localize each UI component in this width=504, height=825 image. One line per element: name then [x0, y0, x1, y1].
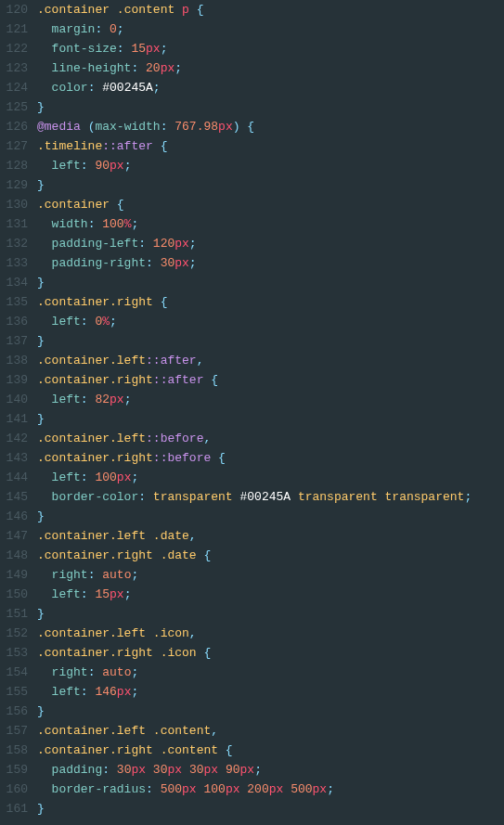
- code-line[interactable]: padding-right: 30px;: [37, 253, 504, 273]
- token-punct: {: [240, 120, 255, 134]
- token-prop: margin: [52, 22, 96, 36]
- code-line[interactable]: }: [37, 273, 504, 292]
- token-num: 15: [131, 42, 146, 56]
- code-line[interactable]: .container.left .content,: [37, 721, 504, 741]
- code-line[interactable]: padding-left: 120px;: [37, 234, 504, 253]
- token-punct: ;: [131, 217, 138, 231]
- token-punct: ,: [189, 626, 197, 640]
- token-num: 767.98: [174, 120, 218, 134]
- token-sel-class: .container: [37, 432, 110, 445]
- code-line[interactable]: border-radius: 500px 100px 200px 500px;: [37, 780, 504, 799]
- code-line[interactable]: .container.left .icon,: [37, 624, 504, 643]
- line-number: 154: [0, 663, 28, 682]
- token-punct: ;: [117, 22, 124, 36]
- line-number: 152: [0, 624, 28, 643]
- token-punct: :: [146, 256, 161, 270]
- code-line[interactable]: }: [37, 409, 504, 429]
- token-num: 100: [102, 217, 123, 231]
- token-unit: px: [174, 256, 189, 270]
- token-punct: [37, 81, 52, 95]
- code-line[interactable]: .container.right::after {: [37, 370, 504, 390]
- line-number: 155: [0, 682, 28, 702]
- code-line[interactable]: right: auto;: [37, 663, 504, 682]
- token-num: 90: [226, 763, 240, 777]
- code-line[interactable]: color: #00245A;: [37, 78, 504, 97]
- token-sel-class: .right: [110, 743, 153, 757]
- code-line[interactable]: margin: 0;: [37, 19, 504, 39]
- token-prop: color: [52, 81, 88, 95]
- token-punct: [37, 393, 52, 406]
- token-sel-class: .content: [153, 724, 211, 738]
- token-prop: line-height: [52, 61, 132, 75]
- token-sel-class: .right: [110, 373, 153, 387]
- token-num: 146: [95, 685, 116, 699]
- token-punct: ;: [464, 490, 472, 504]
- token-punct: ;: [189, 256, 197, 270]
- code-line[interactable]: }: [37, 702, 504, 721]
- code-line[interactable]: line-height: 20px;: [37, 58, 504, 78]
- token-kw-trans: transparent: [298, 490, 378, 504]
- token-punct: [37, 217, 52, 231]
- line-number: 151: [0, 604, 28, 624]
- code-line[interactable]: }: [37, 604, 504, 624]
- token-num: 30: [117, 763, 132, 777]
- token-atcond: :: [161, 120, 175, 134]
- token-unit: px: [131, 763, 146, 777]
- code-line[interactable]: left: 0%;: [37, 312, 504, 331]
- code-line[interactable]: }: [37, 175, 504, 195]
- code-line[interactable]: .container.right {: [37, 292, 504, 312]
- code-line[interactable]: left: 15px;: [37, 585, 504, 604]
- token-punct: [146, 529, 153, 543]
- code-line[interactable]: @media (max-width: 767.98px) {: [37, 117, 504, 136]
- code-line[interactable]: .container.right::before {: [37, 448, 504, 468]
- code-line[interactable]: .timeline::after {: [37, 136, 504, 156]
- token-unit: px: [313, 782, 328, 796]
- token-punct: [37, 568, 52, 582]
- token-sel-class: .container: [37, 373, 110, 387]
- token-atrule: @media: [37, 120, 81, 134]
- line-number: 145: [0, 487, 28, 507]
- token-punct: ;: [110, 315, 117, 329]
- line-number: 129: [0, 175, 28, 195]
- code-line[interactable]: .container.left .date,: [37, 526, 504, 546]
- code-line[interactable]: border-color: transparent #00245A transp…: [37, 487, 504, 507]
- line-number: 122: [0, 39, 28, 58]
- code-line[interactable]: padding: 30px 30px 30px 90px;: [37, 760, 504, 780]
- token-punct: :: [81, 685, 96, 699]
- token-prop: font-size: [52, 42, 117, 56]
- code-line[interactable]: }: [37, 331, 504, 351]
- code-line[interactable]: .container.left::before,: [37, 429, 504, 448]
- token-num: 15: [95, 587, 110, 601]
- code-line[interactable]: font-size: 15px;: [37, 39, 504, 58]
- code-line[interactable]: }: [37, 507, 504, 526]
- code-line[interactable]: }: [37, 97, 504, 117]
- code-line[interactable]: left: 82px;: [37, 390, 504, 409]
- code-line[interactable]: }: [37, 799, 504, 819]
- code-line[interactable]: .container .content p {: [37, 0, 504, 19]
- code-editor-content[interactable]: .container .content p { margin: 0; font-…: [37, 0, 504, 819]
- code-line[interactable]: .container.right .icon {: [37, 643, 504, 663]
- code-line[interactable]: .container.right .date {: [37, 546, 504, 565]
- code-line[interactable]: right: auto;: [37, 565, 504, 585]
- token-unit: px: [110, 393, 124, 406]
- code-line[interactable]: left: 100px;: [37, 468, 504, 487]
- token-sel-class: .container: [37, 295, 110, 309]
- token-prop: left: [52, 393, 81, 406]
- token-sel-class: .icon: [153, 626, 189, 640]
- code-line[interactable]: width: 100%;: [37, 214, 504, 234]
- code-line[interactable]: .container.left::after,: [37, 351, 504, 370]
- token-unit: px: [110, 159, 124, 173]
- line-number: 141: [0, 409, 28, 429]
- token-punct: :: [95, 22, 110, 36]
- code-line[interactable]: left: 90px;: [37, 156, 504, 175]
- token-sel-class: .right: [110, 295, 153, 309]
- code-line[interactable]: left: 146px;: [37, 682, 504, 702]
- token-punct: [37, 763, 52, 777]
- line-number: 123: [0, 58, 28, 78]
- token-punct: [37, 665, 52, 679]
- code-line[interactable]: .container.right .content {: [37, 741, 504, 760]
- token-kw-trans: transparent: [153, 490, 233, 504]
- code-line[interactable]: .container {: [37, 195, 504, 214]
- token-punct: ;: [131, 471, 138, 484]
- token-punct: ;: [131, 685, 138, 699]
